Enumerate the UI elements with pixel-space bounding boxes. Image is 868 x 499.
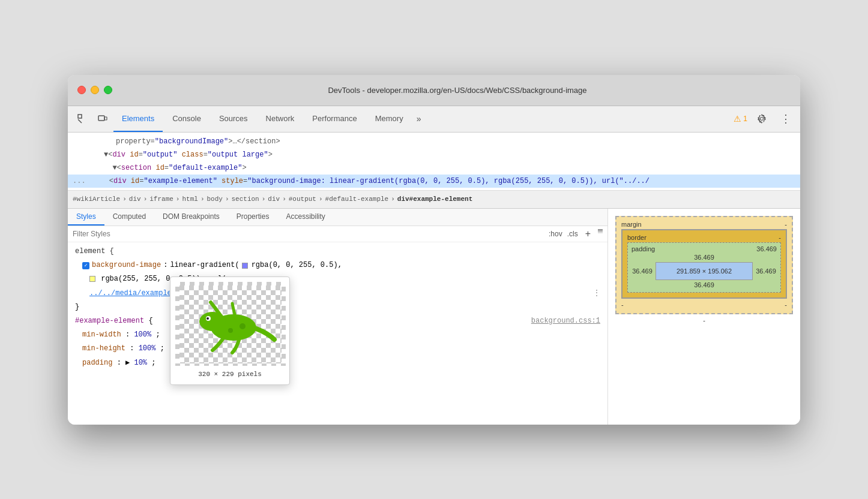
more-options-icon[interactable]: ⋮ — [776, 109, 795, 128]
maximize-button[interactable] — [104, 86, 112, 94]
titlebar: DevTools - developer.mozilla.org/en-US/d… — [68, 75, 800, 106]
box-padding: padding 36.469 36.469 36.469 — [627, 242, 781, 293]
more-options-dots[interactable]: ⋮ — [593, 288, 600, 299]
html-line-selected[interactable]: ... <div id="example-element" style="bac… — [68, 175, 800, 188]
breadcrumb-item[interactable]: div — [129, 196, 141, 203]
styles-content: element { ✓ background-image : linear-gr… — [68, 242, 607, 425]
svg-line-1 — [78, 119, 82, 123]
tab-console[interactable]: Console — [164, 106, 209, 132]
margin-right-dash: - — [785, 301, 787, 308]
breadcrumb-item[interactable]: body — [206, 196, 222, 203]
breadcrumb-item[interactable]: section — [232, 196, 259, 203]
breadcrumb-item[interactable]: iframe — [149, 196, 173, 203]
style-rule-example: #example-element { background.css:1 — [68, 314, 607, 328]
more-tabs-button[interactable]: » — [413, 114, 425, 124]
filter-input[interactable] — [73, 230, 306, 238]
add-rule-button[interactable]: + — [583, 229, 593, 239]
traffic-lights — [77, 86, 112, 94]
margin-left-dash: - — [621, 301, 624, 308]
color-swatch-yellow[interactable] — [89, 276, 95, 282]
style-rule-element: element { — [68, 245, 607, 258]
style-property-url: ../../media/examples/lizard.png ); ⋮ — [68, 287, 607, 300]
inspector-icon[interactable] — [73, 109, 92, 128]
style-rule-close: } — [68, 300, 607, 314]
responsive-icon[interactable] — [93, 109, 112, 128]
tab-network[interactable]: Network — [258, 106, 303, 132]
padding-top: 36.469 — [631, 254, 777, 261]
bottom-dash: - — [615, 317, 793, 324]
subtab-styles[interactable]: Styles — [68, 209, 104, 226]
subtab-dom-breakpoints[interactable]: DOM Breakpoints — [154, 209, 228, 226]
border-value: - — [779, 234, 781, 241]
tab-performance[interactable]: Performance — [304, 106, 365, 132]
filter-bar: :hov .cls + — [68, 226, 607, 242]
subtabs: Styles Computed DOM Breakpoints Properti… — [68, 209, 607, 226]
breadcrumb: #wikiArticle › div › iframe › html › bod… — [68, 191, 800, 209]
cls-button[interactable]: .cls — [567, 230, 578, 238]
box-model-panel: margin - border - padding 36 — [608, 209, 800, 425]
padding-top-value: 36.469 — [756, 245, 777, 252]
svg-point-14 — [228, 328, 233, 333]
style-property-bg2: rgba(255, 255, 0, 0.5)), url( — [68, 272, 607, 286]
margin-label: margin — [621, 221, 642, 228]
devtools-window: DevTools - developer.mozilla.org/en-US/d… — [68, 75, 800, 425]
box-margin: margin - border - padding 36 — [615, 216, 793, 314]
padding-left: 36.469 — [631, 267, 653, 275]
tab-sources[interactable]: Sources — [211, 106, 256, 132]
box-content: 291.859 × 195.062 — [656, 262, 753, 280]
hov-button[interactable]: :hov — [549, 230, 562, 238]
box-border: border - padding 36.469 36.469 — [621, 229, 787, 299]
resize-handle — [598, 229, 603, 239]
tab-elements[interactable]: Elements — [113, 106, 163, 132]
style-prop-padding: padding : ▶ 10% ; — [68, 356, 607, 370]
image-preview-tooltip: 320 × 229 pixels — [170, 276, 290, 386]
warning-icon: ⚠ — [734, 114, 741, 124]
expand-dots: ... — [73, 176, 86, 187]
image-dimensions: 320 × 229 pixels — [175, 369, 285, 380]
style-prop-minheight: min-height : 100% ; — [68, 342, 607, 356]
rule-source[interactable]: background.css:1 — [531, 315, 600, 327]
breadcrumb-item[interactable]: #output — [289, 196, 316, 203]
window-title: DevTools - developer.mozilla.org/en-US/d… — [124, 86, 791, 95]
style-property-bg: ✓ background-image : linear-gradient( rg… — [68, 258, 607, 273]
minimize-button[interactable] — [91, 86, 99, 94]
breadcrumb-item[interactable]: div — [268, 196, 280, 203]
padding-label: padding — [631, 245, 655, 252]
breadcrumb-item[interactable]: html — [182, 196, 197, 203]
svg-point-13 — [240, 323, 246, 329]
subtab-computed[interactable]: Computed — [104, 209, 154, 226]
html-line: ▼<section id="default-example"> — [68, 161, 800, 175]
warning-badge[interactable]: ⚠ 1 — [734, 114, 747, 124]
svg-point-12 — [206, 317, 209, 320]
devtools-body: property="backgroundImage">…</section> ▼… — [68, 133, 800, 425]
breadcrumb-item[interactable]: #default-example — [325, 196, 389, 203]
svg-rect-0 — [78, 115, 82, 118]
svg-rect-2 — [98, 116, 104, 121]
toolbar-right: ⚠ 1 ⋮ — [734, 109, 795, 128]
property-checkbox[interactable]: ✓ — [82, 262, 89, 269]
devtools-toolbar: Elements Console Sources Network Perform… — [68, 106, 800, 133]
padding-bottom: 36.469 — [631, 281, 777, 288]
subtab-properties[interactable]: Properties — [228, 209, 278, 226]
border-label: border — [627, 234, 646, 241]
padding-right: 36.469 — [755, 267, 777, 275]
subtab-accessibility[interactable]: Accessibility — [277, 209, 333, 226]
preview-image — [175, 282, 286, 366]
html-line: property="backgroundImage">…</section> — [68, 135, 800, 148]
panels-row: Styles Computed DOM Breakpoints Properti… — [68, 209, 800, 425]
margin-value: - — [785, 221, 787, 228]
style-prop-minwidth: min-width : 100% ; — [68, 328, 607, 342]
html-panel: property="backgroundImage">…</section> ▼… — [68, 133, 800, 191]
close-button[interactable] — [77, 86, 86, 94]
breadcrumb-item[interactable]: #wikiArticle — [73, 196, 120, 203]
html-line: ▼<div id="output" class="output large"> — [68, 148, 800, 161]
color-swatch-blue[interactable] — [242, 263, 248, 269]
tab-memory[interactable]: Memory — [367, 106, 412, 132]
settings-icon[interactable] — [752, 109, 771, 128]
styles-panel: Styles Computed DOM Breakpoints Properti… — [68, 209, 608, 425]
breadcrumb-item-active[interactable]: div#example-element — [397, 196, 472, 203]
